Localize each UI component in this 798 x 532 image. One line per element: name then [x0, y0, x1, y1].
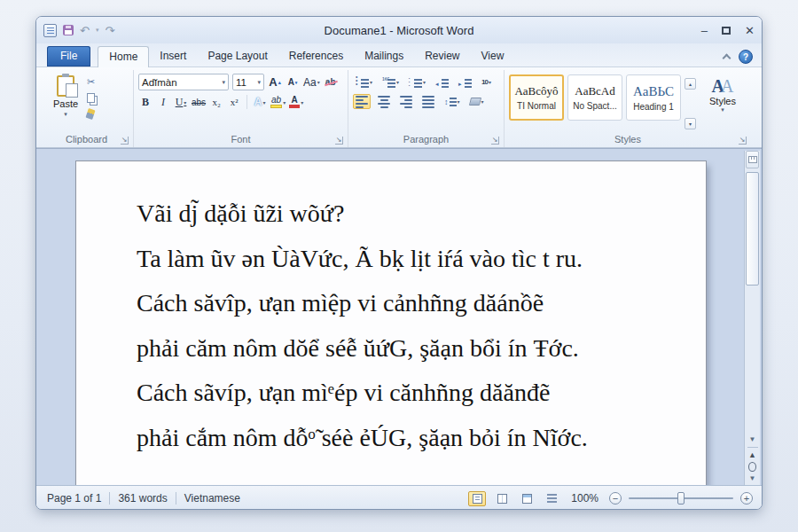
minimize-button[interactable]: –: [701, 25, 708, 36]
vertical-scrollbar[interactable]: ▼ ▲ ▼: [744, 151, 760, 485]
document-line: Ta làm ũv ən ÙàVức, Ã bḳ lịt iŕá vào tìc…: [137, 237, 670, 282]
highlight-button[interactable]: ab ▾: [270, 94, 286, 110]
align-left-button[interactable]: [353, 94, 371, 109]
styles-group: AaBcôyô TI Normal AaBcAd No Spact... AaB…: [505, 70, 751, 147]
strikethrough-button[interactable]: abs: [192, 94, 206, 110]
align-right-button[interactable]: [397, 94, 415, 109]
redo-icon[interactable]: ↷: [105, 25, 114, 36]
font-color-button[interactable]: A ▾: [289, 94, 303, 110]
tab-view[interactable]: View: [471, 46, 515, 66]
font-size-dropdown-icon[interactable]: ▾: [254, 79, 261, 86]
align-center-button[interactable]: [375, 94, 393, 109]
bullets-button[interactable]: ▾: [353, 74, 375, 90]
italic-button[interactable]: I: [156, 94, 170, 110]
tab-mailings[interactable]: Mailings: [354, 46, 414, 66]
print-layout-view-button[interactable]: [468, 491, 486, 506]
paragraph-dialog-launcher[interactable]: ↘: [491, 137, 499, 145]
copy-button[interactable]: [87, 91, 106, 105]
clipboard-dialog-launcher[interactable]: ↘: [121, 137, 129, 145]
ribbon-tab-row: File Home Insert Page Layout References …: [36, 43, 762, 66]
tab-references[interactable]: References: [278, 46, 354, 66]
text-effects-button[interactable]: A▾: [253, 94, 267, 110]
font-size-value: 11: [236, 77, 246, 88]
underline-button[interactable]: U▾: [174, 94, 188, 110]
zoom-out-button[interactable]: −: [609, 492, 622, 505]
paste-dropdown-icon[interactable]: ▾: [64, 111, 67, 118]
word-count-status[interactable]: 361 words: [118, 492, 167, 505]
fullscreen-reading-view-button[interactable]: [493, 491, 511, 506]
tab-file[interactable]: File: [47, 46, 90, 66]
subscript-button[interactable]: x₂: [209, 94, 223, 110]
page-count-status[interactable]: Page 1 of 1: [47, 492, 101, 505]
scissors-icon: ✂: [87, 76, 95, 88]
format-painter-button[interactable]: [87, 107, 106, 121]
paste-label: Paste: [53, 98, 78, 109]
style-preview: AaBЬC: [633, 84, 674, 99]
numbering-button[interactable]: ▾: [379, 74, 402, 90]
next-page-button[interactable]: ▼: [749, 474, 756, 483]
scroll-down-button[interactable]: ▼: [749, 435, 756, 444]
ribbon: Paste ▾ ✂ Clipboard ↘ Adĭmàn ▾: [36, 66, 762, 148]
style-normal[interactable]: AaBcôyô TI Normal: [509, 74, 564, 121]
word-app-icon[interactable]: [43, 24, 57, 37]
justify-icon: [422, 96, 434, 108]
zoom-slider[interactable]: [629, 497, 733, 499]
shrink-font-button[interactable]: A▾: [286, 74, 300, 90]
minimize-ribbon-icon[interactable]: [723, 54, 732, 63]
paste-button[interactable]: Paste ▾: [44, 72, 87, 118]
superscript-button[interactable]: x²: [227, 94, 241, 110]
language-status[interactable]: Vietnamese: [184, 492, 240, 505]
paste-icon: [57, 75, 74, 97]
line-spacing-icon: ↕: [444, 98, 457, 106]
previous-page-button[interactable]: ▲: [748, 450, 756, 459]
font-name-combobox[interactable]: Adĭmàn ▾: [138, 74, 229, 90]
tab-review[interactable]: Review: [414, 46, 470, 66]
style-gallery-more-button[interactable]: ▾: [685, 118, 696, 129]
line-spacing-button[interactable]: ↕▾: [442, 94, 463, 109]
change-case-button[interactable]: Aa▾: [303, 74, 320, 90]
style-gallery-up-button[interactable]: ▴: [685, 78, 696, 90]
change-styles-button[interactable]: AA Styles ▾: [700, 74, 746, 133]
undo-icon[interactable]: ↶: [80, 25, 90, 36]
close-button[interactable]: ✕: [745, 25, 755, 36]
document-page[interactable]: Vãi dj̃ dặỗi ũz̃i wõứ? Ta làm ũv ən ÙàVứ…: [76, 161, 706, 485]
print-layout-icon: [473, 494, 482, 504]
decrease-indent-icon: ◂: [435, 77, 449, 88]
help-button[interactable]: ?: [739, 50, 753, 64]
draft-view-icon: [547, 494, 557, 504]
increase-indent-button[interactable]: ▸: [456, 74, 474, 90]
justify-button[interactable]: [419, 94, 437, 109]
styles-dialog-launcher[interactable]: ↘: [739, 137, 747, 145]
save-icon[interactable]: [63, 25, 74, 35]
tab-page-layout[interactable]: Page Layout: [197, 46, 278, 66]
font-size-combobox[interactable]: 11 ▾: [232, 74, 264, 90]
zoom-in-button[interactable]: +: [740, 492, 753, 505]
font-name-dropdown-icon[interactable]: ▾: [219, 79, 225, 86]
ruler-toggle-button[interactable]: [746, 151, 759, 168]
tab-home[interactable]: Home: [98, 46, 149, 67]
tab-insert[interactable]: Insert: [149, 46, 197, 66]
style-no-spacing[interactable]: AaBcAd No Spact...: [567, 74, 622, 121]
style-heading-1[interactable]: AaBЬC Heading 1: [626, 74, 681, 121]
multilevel-list-icon: [409, 77, 422, 88]
shading-button[interactable]: ▾: [467, 94, 487, 109]
draft-view-button[interactable]: [543, 491, 560, 506]
browse-object-button[interactable]: [748, 462, 756, 472]
decrease-indent-button[interactable]: ◂: [433, 74, 451, 90]
clear-formatting-button[interactable]: ab: [324, 74, 338, 90]
font-dialog-launcher[interactable]: ↘: [335, 137, 343, 145]
web-layout-icon: [522, 494, 532, 504]
cut-button[interactable]: ✂: [87, 75, 106, 89]
web-layout-view-button[interactable]: [518, 491, 536, 506]
zoom-level[interactable]: 100%: [571, 492, 598, 505]
multilevel-list-button[interactable]: ▾: [406, 74, 428, 90]
highlight-icon: ab: [270, 96, 282, 108]
sort-button[interactable]: 10▾: [479, 74, 494, 90]
grow-font-button[interactable]: A▴: [268, 74, 282, 90]
zoom-slider-handle[interactable]: [677, 492, 685, 505]
undo-dropdown-icon[interactable]: ▾: [96, 27, 99, 34]
maximize-button[interactable]: [722, 27, 731, 35]
style-preview: AaBcôyô: [514, 84, 558, 98]
scrollbar-thumb[interactable]: [746, 172, 759, 286]
bold-button[interactable]: B: [138, 94, 153, 110]
